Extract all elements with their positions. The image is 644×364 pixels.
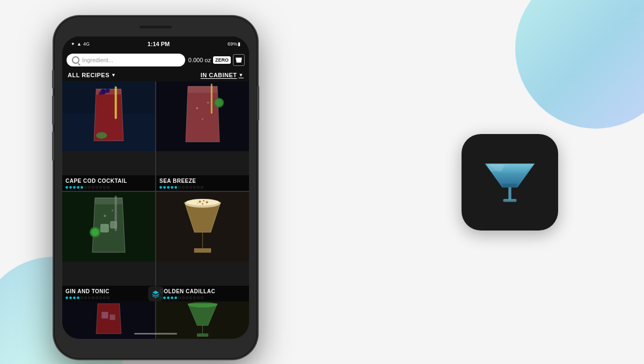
phone-speaker (140, 26, 172, 28)
dot (163, 186, 166, 189)
bg-decoration-top-right (515, 0, 644, 129)
battery-icon-symbol: ▮ (238, 41, 240, 47)
svg-rect-14 (211, 84, 213, 114)
dot (167, 296, 170, 299)
measurement-area: 0.000 oz ZERO (188, 54, 245, 66)
golden-cadillac-image (156, 192, 249, 262)
dot (159, 186, 162, 189)
dot (171, 186, 173, 189)
dot (73, 186, 76, 189)
dot (107, 186, 109, 189)
dot (84, 186, 87, 189)
dot (182, 296, 185, 299)
screen-content: ✦ ▲ 4G 1:14 PM 69% ▮ Ingredient... (62, 36, 249, 339)
search-placeholder: Ingredient... (82, 57, 113, 63)
dot (77, 186, 79, 189)
svg-rect-25 (115, 196, 117, 231)
dot (201, 296, 203, 299)
dot (92, 296, 94, 299)
svg-point-34 (197, 203, 198, 204)
dot (69, 186, 72, 189)
bluetooth-icon: ✦ (71, 41, 75, 47)
filter-bar: ALL RECIPES ▼ IN CABINET ▼ (62, 70, 249, 81)
layers-icon[interactable] (148, 286, 163, 301)
in-cabinet-filter[interactable]: IN CABINET ▼ (201, 72, 244, 78)
status-bar: ✦ ▲ 4G 1:14 PM 69% ▮ (62, 36, 249, 50)
svg-rect-5 (115, 86, 117, 119)
svg-point-7 (105, 88, 109, 93)
dot (197, 296, 200, 299)
svg-point-32 (203, 200, 204, 202)
recipe-grid: CAPE COD COCKTAIL (62, 81, 249, 301)
dot (103, 186, 106, 189)
phone-mute-button (52, 70, 54, 88)
search-box[interactable]: Ingredient... (67, 54, 185, 66)
app-icon (462, 134, 558, 231)
svg-point-22 (91, 228, 99, 236)
recipe-card-gin-tonic[interactable]: GIN AND TONIC (62, 192, 155, 301)
dot (77, 296, 79, 299)
svg-rect-42 (508, 187, 511, 199)
dot (88, 296, 91, 299)
layers-icon-overlay[interactable] (148, 286, 163, 301)
phone-mockup: ✦ ▲ 4G 1:14 PM 69% ▮ Ingredient... (54, 16, 258, 359)
recipe-card-cape-cod[interactable]: CAPE COD COCKTAIL (62, 81, 155, 191)
dot (182, 186, 185, 189)
phone-power-button (257, 86, 259, 121)
golden-cadillac-name: GOLDEN CADILLAC (159, 288, 246, 295)
dot (99, 296, 102, 299)
search-icon (72, 56, 79, 64)
dot (80, 296, 83, 299)
svg-point-27 (112, 210, 113, 211)
dot (80, 186, 83, 189)
svg-rect-38 (101, 312, 108, 318)
svg-point-35 (202, 203, 203, 205)
recipe-card-sea-breeze[interactable]: SEA BREEZE (156, 81, 249, 191)
dot (178, 186, 181, 189)
svg-point-8 (99, 92, 102, 95)
gin-tonic-image (62, 192, 155, 262)
sea-breeze-label: SEA BREEZE (156, 175, 249, 191)
svg-marker-11 (188, 86, 217, 93)
dot (96, 296, 98, 299)
dot (92, 186, 94, 189)
app-icon-wrapper (462, 134, 558, 231)
in-cabinet-label: IN CABINET (201, 72, 237, 78)
dot (189, 296, 192, 299)
all-recipes-label: ALL RECIPES (68, 72, 109, 78)
cape-cod-label: CAPE COD COCKTAIL (62, 175, 155, 191)
measurement-value: 0.000 oz (188, 57, 211, 63)
svg-point-26 (104, 215, 106, 217)
dot (88, 186, 91, 189)
dot (193, 296, 196, 299)
dot (163, 296, 166, 299)
svg-point-31 (199, 200, 201, 203)
dot (171, 296, 173, 299)
recipe-card-golden-cadillac[interactable]: GOLDEN CADILLAC (156, 192, 249, 301)
cup-icon[interactable] (233, 54, 245, 66)
in-cabinet-dropdown-arrow: ▼ (239, 72, 244, 78)
svg-point-17 (207, 102, 209, 104)
svg-rect-23 (100, 224, 108, 232)
all-recipes-filter[interactable]: ALL RECIPES ▼ (68, 72, 116, 78)
dot (178, 296, 181, 299)
sea-breeze-name: SEA BREEZE (159, 178, 246, 184)
sea-breeze-image (156, 81, 249, 151)
status-left-icons: ✦ ▲ 4G (71, 41, 90, 47)
cape-cod-dots (65, 186, 152, 189)
dot (73, 296, 76, 299)
app-header: Ingredient... 0.000 oz ZERO (62, 50, 249, 70)
gin-tonic-name: GIN AND TONIC (65, 288, 152, 295)
sea-breeze-dots (159, 186, 246, 189)
svg-point-4 (96, 132, 107, 139)
dot (84, 296, 87, 299)
phone-shell: ✦ ▲ 4G 1:14 PM 69% ▮ Ingredient... (54, 16, 258, 359)
cape-cod-name: CAPE COD COCKTAIL (65, 178, 152, 184)
svg-rect-39 (110, 315, 115, 320)
dot (174, 186, 177, 189)
phone-screen: ✦ ▲ 4G 1:14 PM 69% ▮ Ingredient... (62, 36, 249, 339)
home-indicator (134, 333, 177, 335)
dot (69, 296, 72, 299)
zero-button[interactable]: ZERO (213, 56, 231, 64)
dot (99, 186, 102, 189)
